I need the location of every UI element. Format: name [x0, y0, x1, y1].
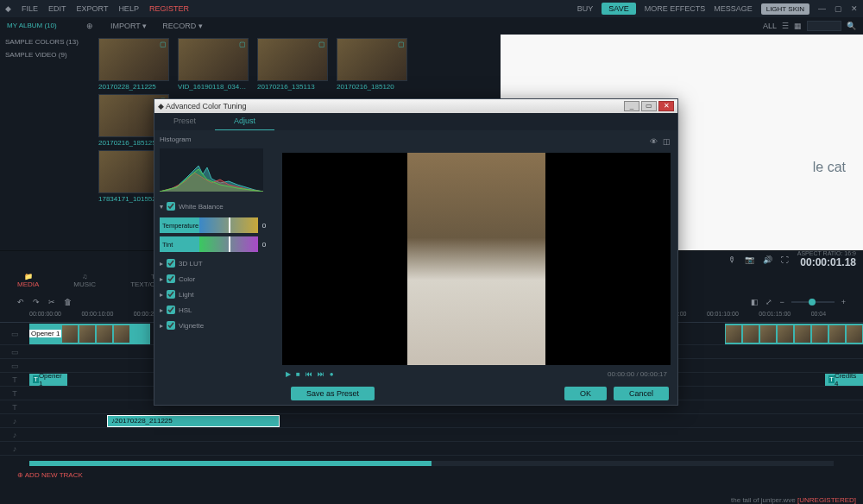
hsl-checkbox[interactable] — [167, 306, 175, 314]
text-track-icon: T — [12, 375, 17, 384]
dialog-tab-preset[interactable]: Preset — [154, 113, 215, 130]
video-track-icon: ▭ — [11, 348, 19, 356]
light-section[interactable]: ▸ Light — [160, 287, 270, 302]
3dlut-checkbox[interactable] — [167, 259, 175, 268]
record-button[interactable]: RECORD ▾ — [162, 22, 203, 30]
zoom-slider[interactable] — [791, 301, 835, 303]
sidebar-sample-video[interactable]: SAMPLE VIDEO (9) — [5, 51, 90, 59]
menu-export[interactable]: EXPORT — [77, 4, 109, 13]
media-thumb[interactable]: 20170228_211225 — [98, 38, 169, 91]
dialog-preview — [282, 153, 671, 365]
save-button[interactable]: SAVE — [602, 3, 635, 15]
add-album-icon[interactable]: ⊕ — [86, 22, 93, 30]
zoom-fit-icon[interactable]: ⤢ — [765, 298, 772, 306]
dialog-close-button[interactable]: ✕ — [658, 101, 674, 111]
undo-icon[interactable]: ↶ — [17, 298, 24, 306]
dialog-minimize-button[interactable]: _ — [624, 101, 639, 111]
menu-register[interactable]: REGISTER — [149, 4, 189, 13]
media-thumb[interactable]: 20170216_185120 — [337, 38, 407, 91]
audio-track-1[interactable]: ♪ ♪20170228_211225 — [0, 414, 863, 428]
light-skin-toggle[interactable]: LIGHT SKIN — [761, 3, 809, 15]
histogram-label: Histogram — [160, 135, 270, 143]
hsl-section[interactable]: ▸ HSL — [160, 302, 270, 318]
ok-button[interactable]: OK — [564, 387, 607, 400]
search-icon[interactable]: 🔍 — [847, 22, 856, 30]
dialog-titlebar[interactable]: ◆ Advanced Color Tuning _ ▭ ✕ — [154, 99, 677, 113]
stop-icon[interactable]: ■ — [296, 370, 300, 378]
search-input[interactable] — [807, 21, 841, 31]
mic-icon[interactable]: 🎙 — [728, 255, 736, 264]
eye-icon[interactable]: 👁 — [650, 137, 658, 149]
save-as-preset-button[interactable]: Save as Preset — [291, 387, 375, 400]
dialog-adjust-panel: Histogram ▾ White Balance Temperature 0 … — [154, 130, 275, 382]
menu-edit[interactable]: EDIT — [48, 4, 66, 13]
3dlut-section[interactable]: ▸ 3D LUT — [160, 255, 270, 271]
text-clip-opener[interactable]: TOpener 1 — [29, 374, 67, 386]
close-icon[interactable]: ✕ — [851, 4, 858, 13]
zoom-in-icon[interactable]: + — [841, 298, 846, 306]
tint-slider[interactable] — [199, 236, 258, 252]
filter-all[interactable]: ALL — [763, 22, 777, 30]
delete-icon[interactable]: 🗑 — [64, 298, 72, 306]
app-logo-icon: ◆ — [5, 4, 11, 13]
tab-media[interactable]: 📁MEDIA — [17, 273, 39, 288]
camera-icon[interactable]: 📷 — [745, 255, 754, 264]
minimize-icon[interactable]: — — [818, 4, 826, 13]
video-clip[interactable] — [725, 324, 863, 344]
maximize-icon[interactable]: ▢ — [835, 4, 842, 13]
menu-more-effects[interactable]: MORE EFFECTS — [645, 4, 706, 13]
grid-view-icon[interactable]: ▦ — [794, 22, 802, 30]
media-thumb[interactable]: 20170216_135113 — [257, 38, 328, 91]
speaker-icon[interactable]: 🔊 — [763, 255, 772, 264]
text-clip-credits[interactable]: TCredits 4 — [825, 374, 863, 386]
video-clip[interactable]: Opener 1 — [29, 324, 150, 344]
color-section[interactable]: ▸ Color — [160, 271, 270, 287]
menu-help[interactable]: HELP — [118, 4, 139, 13]
dialog-maximize-button[interactable]: ▭ — [641, 101, 657, 111]
color-checkbox[interactable] — [167, 274, 175, 283]
timecode-display: ASPECT RATIO: 16:9 00:00:01.18 — [797, 250, 856, 268]
cancel-button[interactable]: Cancel — [614, 387, 669, 400]
prev-frame-icon[interactable]: ⏮ — [306, 370, 312, 378]
record-icon[interactable]: ● — [330, 370, 334, 378]
dialog-preview-panel: 👁 ◫ ▶ ■ ⏮ ⏭ ● 00:00:00 / 00:00:17 — [275, 130, 677, 382]
menu-file[interactable]: FILE — [22, 4, 38, 13]
audio-track-icon: ♪ — [13, 444, 17, 453]
temperature-slider[interactable] — [199, 217, 258, 233]
my-album-label[interactable]: MY ALBUM (10) — [7, 22, 57, 30]
list-view-icon[interactable]: ☰ — [782, 22, 789, 30]
compare-icon[interactable]: ◫ — [663, 137, 671, 149]
menu-message[interactable]: MESSAGE — [714, 4, 753, 13]
tab-music[interactable]: ♫MUSIC — [73, 273, 96, 288]
library-toolbar: MY ALBUM (10) ⊕ IMPORT ▾ RECORD ▾ ALL ☰ … — [0, 17, 863, 35]
vignette-section[interactable]: ▸ Vignette — [160, 318, 270, 333]
white-balance-section[interactable]: ▾ White Balance — [160, 198, 270, 214]
cut-icon[interactable]: ✂ — [48, 298, 55, 306]
audio-track-3[interactable]: ♪ — [0, 442, 863, 456]
marker-icon[interactable]: ◧ — [751, 298, 759, 306]
dialog-tabs: Preset Adjust — [154, 113, 677, 130]
dialog-tab-adjust[interactable]: Adjust — [215, 113, 274, 130]
redo-icon[interactable]: ↷ — [33, 298, 40, 306]
next-frame-icon[interactable]: ⏭ — [318, 370, 324, 378]
sidebar-sample-colors[interactable]: SAMPLE COLORS (13) — [5, 38, 90, 46]
audio-track-2[interactable]: ♪ — [0, 428, 863, 442]
audio-track-icon: ♪ — [13, 431, 17, 439]
audio-clip[interactable]: ♪20170228_211225 — [107, 415, 280, 427]
dialog-footer: Save as Preset OK Cancel — [154, 382, 677, 405]
library-sidebar: SAMPLE COLORS (13) SAMPLE VIDEO (9) — [0, 35, 95, 250]
dialog-app-icon: ◆ — [158, 102, 164, 110]
zoom-out-icon[interactable]: − — [779, 298, 784, 306]
media-thumb[interactable]: VID_16190118_03424... — [178, 38, 249, 91]
add-new-track-button[interactable]: ⊕ ADD NEW TRACK — [0, 466, 863, 484]
app-menubar: ◆ FILE EDIT EXPORT HELP REGISTER BUY SAV… — [0, 0, 863, 17]
menu-buy[interactable]: BUY — [577, 4, 594, 13]
preview-title-overlay: le cat — [813, 160, 846, 175]
play-icon[interactable]: ▶ — [286, 370, 291, 378]
fullscreen-icon[interactable]: ⛶ — [781, 255, 789, 264]
import-button[interactable]: IMPORT ▾ — [110, 22, 147, 30]
light-checkbox[interactable] — [167, 290, 175, 299]
vignette-checkbox[interactable] — [167, 321, 175, 330]
tint-value: 0 — [258, 241, 270, 249]
white-balance-checkbox[interactable] — [167, 202, 175, 211]
